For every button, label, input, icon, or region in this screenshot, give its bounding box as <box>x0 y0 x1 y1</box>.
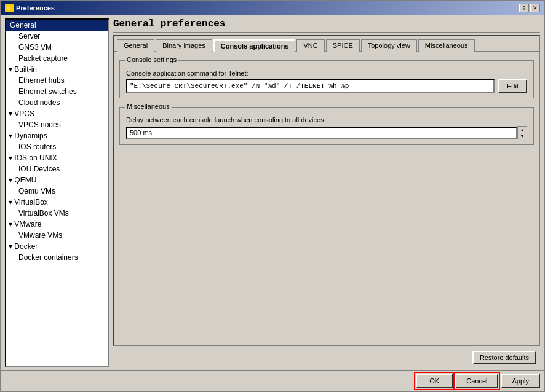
tab-bar: GeneralBinary imagesConsole applications… <box>114 36 539 51</box>
sidebar-item-built-in[interactable]: ▾ Built-in <box>6 64 108 75</box>
spinner-down-button[interactable]: ▼ <box>518 133 527 139</box>
sidebar-item-vpcs[interactable]: ▾ VPCS <box>6 108 108 119</box>
main-panel: General preferences GeneralBinary images… <box>113 18 540 367</box>
delay-spinner-row: ▲ ▼ <box>126 126 527 139</box>
sidebar-item-qemu-vms[interactable]: Qemu VMs <box>6 186 108 197</box>
tab-general[interactable]: General <box>117 39 154 52</box>
sidebar-item-packet-capture[interactable]: Packet capture <box>6 53 108 64</box>
tab-miscellaneous[interactable]: Miscellaneous <box>418 39 475 52</box>
tab-spice[interactable]: SPICE <box>326 39 360 52</box>
sidebar-item-server[interactable]: Server <box>6 31 108 42</box>
console-settings-title: Console settings <box>125 56 178 63</box>
telnet-label: Console application command for Telnet: <box>126 69 527 77</box>
app-icon: ⚙ <box>5 4 14 12</box>
sidebar-item-virtualbox-vms[interactable]: VirtualBox VMs <box>6 208 108 219</box>
spinner-up-button[interactable]: ▲ <box>518 127 527 133</box>
delay-label: Delay between each console launch when c… <box>126 116 527 123</box>
restore-defaults-bar: Restore defaults <box>113 348 540 367</box>
sidebar-item-general[interactable]: General <box>6 20 108 31</box>
cancel-button[interactable]: Cancel <box>455 374 498 388</box>
preferences-window: ⚙ Preferences ? ✕ GeneralServerGNS3 VMPa… <box>0 0 545 392</box>
tab-binary-images[interactable]: Binary images <box>156 39 212 52</box>
apply-button[interactable]: Apply <box>501 374 540 388</box>
console-settings-group: Console settings Console application com… <box>119 60 534 98</box>
tab-topology-view[interactable]: Topology view <box>361 39 417 52</box>
window-content: GeneralServerGNS3 VMPacket capture▾ Buil… <box>1 15 544 370</box>
sidebar-item-vmware-vms[interactable]: VMware VMs <box>6 230 108 241</box>
edit-button[interactable]: Edit <box>498 79 527 93</box>
sidebar-item-ethernet-hubs[interactable]: Ethernet hubs <box>6 75 108 86</box>
sidebar-item-docker[interactable]: ▾ Docker <box>6 241 108 252</box>
misc-title: Miscellaneous <box>125 103 172 110</box>
sidebar-item-cloud-nodes[interactable]: Cloud nodes <box>6 97 108 108</box>
sidebar-item-vmware[interactable]: ▾ VMware <box>6 219 108 230</box>
sidebar-item-ios-routers[interactable]: IOS routers <box>6 141 108 152</box>
sidebar: GeneralServerGNS3 VMPacket capture▾ Buil… <box>5 18 109 367</box>
restore-defaults-button[interactable]: Restore defaults <box>472 351 536 364</box>
sidebar-item-ethernet-switches[interactable]: Ethernet switches <box>6 86 108 97</box>
sidebar-item-ios-on-unix[interactable]: ▾ IOS on UNIX <box>6 152 108 163</box>
close-button[interactable]: ✕ <box>530 4 540 12</box>
spinner-buttons: ▲ ▼ <box>517 126 527 139</box>
telnet-input-row: Edit <box>126 79 527 93</box>
tabs-container: GeneralBinary imagesConsole applications… <box>113 35 540 346</box>
tab-console-applications[interactable]: Console applications <box>213 39 296 52</box>
sidebar-item-iou-devices[interactable]: IOU Devices <box>6 163 108 174</box>
sidebar-item-dynamips[interactable]: ▾ Dynamips <box>6 130 108 141</box>
misc-group: Miscellaneous Delay between each console… <box>119 107 534 145</box>
sidebar-item-docker-containers[interactable]: Docker containers <box>6 252 108 263</box>
telnet-command-input[interactable] <box>126 79 495 93</box>
sidebar-item-qemu[interactable]: ▾ QEMU <box>6 174 108 186</box>
window-title: Preferences <box>16 4 55 12</box>
delay-input[interactable] <box>126 127 517 139</box>
help-button[interactable]: ? <box>519 4 529 12</box>
page-title: General preferences <box>113 18 540 33</box>
sidebar-item-gns3vm[interactable]: GNS3 VM <box>6 42 108 53</box>
ok-button[interactable]: OK <box>416 374 453 388</box>
tab-content-console: Console settings Console application com… <box>114 51 539 345</box>
sidebar-item-virtualbox[interactable]: ▾ VirtualBox <box>6 197 108 208</box>
titlebar: ⚙ Preferences ? ✕ <box>1 1 544 15</box>
tab-vnc[interactable]: VNC <box>296 39 324 52</box>
sidebar-item-vpcs-nodes[interactable]: VPCS nodes <box>6 119 108 130</box>
titlebar-buttons: ? ✕ <box>519 4 540 12</box>
bottom-buttons: OK Cancel Apply <box>1 370 544 391</box>
titlebar-left: ⚙ Preferences <box>5 4 55 12</box>
